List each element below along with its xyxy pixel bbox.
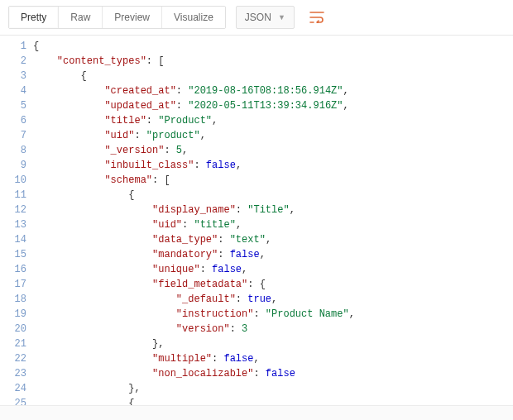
response-toolbar: Pretty Raw Preview Visualize JSON ▼ xyxy=(0,0,513,36)
tab-pretty[interactable]: Pretty xyxy=(9,7,59,28)
line-number: 24 xyxy=(3,381,26,396)
line-number: 17 xyxy=(3,277,26,292)
code-viewer: 1234567891011121314151617181920212223242… xyxy=(0,36,513,406)
line-number: 22 xyxy=(3,351,26,366)
line-number: 5 xyxy=(3,98,26,113)
code-line: "schema": [ xyxy=(33,173,513,188)
line-number: 3 xyxy=(3,69,26,84)
line-number: 10 xyxy=(3,173,26,188)
code-line: "inbuilt_class": false, xyxy=(33,158,513,173)
footer-bar xyxy=(0,405,513,420)
code-line: { xyxy=(33,188,513,203)
line-number: 11 xyxy=(3,188,26,203)
line-number: 19 xyxy=(3,307,26,322)
line-number: 2 xyxy=(3,54,26,69)
code-line: "non_localizable": false xyxy=(33,366,513,381)
line-number: 23 xyxy=(3,366,26,381)
code-line: "field_metadata": { xyxy=(33,277,513,292)
line-number: 14 xyxy=(3,232,26,247)
code-line: "mandatory": false, xyxy=(33,247,513,262)
code-line: "_version": 5, xyxy=(33,143,513,158)
code-content[interactable]: { "content_types": [ { "created_at": "20… xyxy=(33,36,513,406)
code-line: "title": "Product", xyxy=(33,113,513,128)
chevron-down-icon: ▼ xyxy=(278,13,285,21)
wrap-icon xyxy=(309,12,324,23)
line-number-gutter: 1234567891011121314151617181920212223242… xyxy=(0,36,33,406)
code-line: "content_types": [ xyxy=(33,54,513,69)
line-number: 7 xyxy=(3,128,26,143)
line-number: 16 xyxy=(3,262,26,277)
line-number: 20 xyxy=(3,322,26,336)
code-line: }, xyxy=(33,336,513,351)
line-number: 21 xyxy=(3,336,26,351)
code-line: "uid": "product", xyxy=(33,128,513,143)
line-number: 1 xyxy=(3,39,26,54)
line-number: 4 xyxy=(3,84,26,98)
code-line: }, xyxy=(33,381,513,396)
code-line: "created_at": "2019-08-16T08:18:56.914Z"… xyxy=(33,84,513,98)
code-line: "_default": true, xyxy=(33,292,513,307)
wrap-lines-button[interactable] xyxy=(304,5,329,30)
line-number: 9 xyxy=(3,158,26,173)
code-line: "data_type": "text", xyxy=(33,232,513,247)
view-tab-group: Pretty Raw Preview Visualize xyxy=(8,6,226,29)
line-number: 8 xyxy=(3,143,26,158)
code-line: { xyxy=(33,39,513,54)
code-line: { xyxy=(33,69,513,84)
tab-visualize[interactable]: Visualize xyxy=(162,7,225,28)
code-line: "instruction": "Product Name", xyxy=(33,307,513,322)
tab-raw[interactable]: Raw xyxy=(59,7,103,28)
code-line: "uid": "title", xyxy=(33,217,513,232)
format-select[interactable]: JSON ▼ xyxy=(236,6,295,29)
line-number: 18 xyxy=(3,292,26,307)
tab-preview[interactable]: Preview xyxy=(103,7,162,28)
line-number: 6 xyxy=(3,113,26,128)
code-line: "unique": false, xyxy=(33,262,513,277)
code-line: "display_name": "Title", xyxy=(33,203,513,217)
line-number: 13 xyxy=(3,217,26,232)
line-number: 12 xyxy=(3,203,26,217)
code-line: "updated_at": "2020-05-11T13:39:34.916Z"… xyxy=(33,98,513,113)
code-line: "multiple": false, xyxy=(33,351,513,366)
code-line: "version": 3 xyxy=(33,322,513,336)
line-number: 15 xyxy=(3,247,26,262)
format-label: JSON xyxy=(245,12,271,23)
